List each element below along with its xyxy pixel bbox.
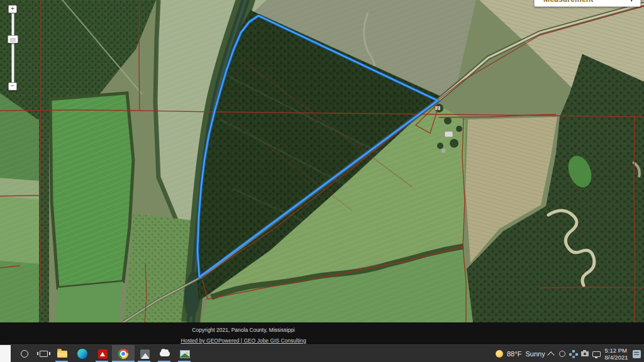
camera-icon xyxy=(581,351,589,356)
weather-widget[interactable] xyxy=(494,345,504,362)
chevron-up-icon xyxy=(547,351,554,358)
background-window-edge[interactable] xyxy=(0,345,11,362)
taskbar: 88°F Sunny 5:12 PM 8/4/2021 xyxy=(0,344,644,362)
aerial-map-image xyxy=(0,0,644,322)
zoom-slider-handle[interactable] xyxy=(8,35,18,43)
green-field-left xyxy=(50,93,133,322)
acrobat-button[interactable] xyxy=(94,345,111,362)
display-network-icon xyxy=(592,351,601,357)
photos-icon xyxy=(180,350,190,358)
clock[interactable]: 5:12 PM 8/4/2021 xyxy=(602,345,630,362)
hosted-by-link[interactable]: Hosted by GEOPowered | GEO Jobe GIS Cons… xyxy=(180,337,306,344)
weather-text[interactable]: 88°F Sunny xyxy=(507,345,545,362)
zoom-in-button[interactable]: + xyxy=(8,5,17,13)
cloud-app-button[interactable] xyxy=(157,345,173,362)
weather-condition: Sunny xyxy=(525,350,545,358)
chrome-icon xyxy=(118,349,128,359)
sun-icon xyxy=(496,350,503,358)
measurement-panel[interactable]: Measurement ➤ xyxy=(534,0,641,7)
desktop-screen: + − Measurement ➤ Copyright 2021, Panola… xyxy=(0,0,644,362)
acrobat-icon xyxy=(98,349,108,359)
zoom-control: + − xyxy=(6,5,20,92)
building xyxy=(441,149,445,153)
map-viewport[interactable]: + − Measurement ➤ xyxy=(0,0,644,322)
file-explorer-button[interactable] xyxy=(54,345,70,362)
weather-temperature: 88°F xyxy=(507,350,521,358)
cloud-icon xyxy=(160,351,170,356)
photos-button[interactable] xyxy=(177,345,193,362)
network-tray-button[interactable] xyxy=(591,345,601,362)
measurement-panel-title: Measurement xyxy=(543,0,629,4)
gis-app-button[interactable] xyxy=(136,345,153,362)
tray-expand-button[interactable] xyxy=(546,345,556,362)
map-footer: Copyright 2021, Panola County, Mississip… xyxy=(0,322,644,344)
task-view-button[interactable] xyxy=(35,345,52,362)
copyright-text: Copyright 2021, Panola County, Mississip… xyxy=(0,327,487,334)
chrome-button[interactable] xyxy=(112,345,135,362)
sync-icon xyxy=(559,351,565,357)
task-view-icon xyxy=(40,351,48,357)
four-dots-tray-button[interactable] xyxy=(569,345,579,362)
clock-date: 8/4/2021 xyxy=(605,354,628,361)
cortana-circle-icon xyxy=(21,350,28,358)
left-fields xyxy=(0,93,49,322)
clock-time: 5:12 PM xyxy=(605,347,628,354)
four-dots-icon xyxy=(572,350,575,353)
action-center-icon xyxy=(633,350,641,358)
camera-tray-button[interactable] xyxy=(580,345,590,362)
gis-app-icon xyxy=(140,349,150,359)
sync-tray-button[interactable] xyxy=(557,345,567,362)
cortana-button[interactable] xyxy=(16,345,33,362)
zoom-slider-track[interactable] xyxy=(11,13,14,84)
folder-icon xyxy=(57,351,67,358)
zoom-out-button[interactable]: − xyxy=(8,82,17,90)
building xyxy=(445,131,453,137)
action-center-button[interactable] xyxy=(630,345,643,362)
edge-browser-icon xyxy=(77,349,87,359)
edge-button[interactable] xyxy=(74,345,91,362)
